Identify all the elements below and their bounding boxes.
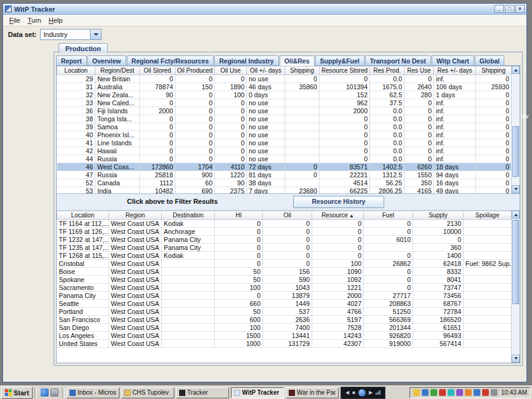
tray-icon-1[interactable]	[413, 389, 420, 396]
table-row[interactable]: 36Fiji Islands200000no use20000.00inf.0	[57, 107, 512, 115]
tab-transport-no-dest[interactable]: Transport No Dest	[365, 55, 431, 65]
column-header-oil-days[interactable]: Oil +/- days	[247, 66, 285, 75]
column-header-shipping[interactable]: Shipping	[285, 66, 320, 75]
table-row[interactable]: San FranciscoWest Coast USA6002636519756…	[57, 316, 512, 324]
table-row[interactable]: Los AngelesWest Coast USA150013441142439…	[57, 332, 512, 340]
tray-icon-10[interactable]	[491, 389, 498, 396]
start-button[interactable]: Start	[1, 387, 33, 399]
detail-table-scrollbar[interactable]	[511, 211, 520, 363]
table-row[interactable]: 40Phoenix Isl...000no use00.00inf.0	[57, 131, 512, 139]
table-row[interactable]: BoiseWest Coast USA50156109008332	[57, 268, 512, 276]
table-row[interactable]: TF 1164 at 112,...West Coast USAKodiak00…	[57, 220, 512, 228]
close-button[interactable]: ×	[515, 5, 525, 13]
column-header-destination[interactable]: Destination	[162, 211, 215, 220]
media-player-toolbar[interactable]: ◀ ■ ▶	[341, 387, 385, 399]
tray-icon-9[interactable]	[482, 389, 489, 396]
task-button-war-in-the-pacifi[interactable]: War in the Pacifi...	[286, 387, 339, 398]
table-row[interactable]: 44Russia000no use00.00inf.0	[57, 155, 512, 163]
table-row[interactable]: 33New Caled...000no use96237.50inf.0	[57, 99, 512, 107]
column-header-oil-produced[interactable]: Oil Produced	[175, 66, 215, 75]
column-header-fuel[interactable]: Fuel	[364, 211, 413, 220]
scroll-up-button[interactable]	[512, 211, 520, 219]
column-header-region[interactable]: Region	[109, 211, 162, 220]
tray-icon-3[interactable]	[430, 389, 437, 396]
column-header-hi[interactable]: HI	[215, 211, 263, 220]
tab-witp-chart[interactable]: Witp Chart	[432, 55, 474, 65]
scrollbar-track[interactable]	[512, 219, 520, 355]
next-icon[interactable]: ▶	[369, 390, 373, 395]
show-desktop-icon[interactable]	[50, 389, 58, 397]
dataset-combobox[interactable]: Industry	[40, 29, 102, 40]
previous-icon[interactable]: ◀	[345, 390, 349, 395]
tray-icon-2[interactable]	[422, 389, 429, 396]
table-row[interactable]: 47Russia25818900122081 days0222311312.51…	[57, 171, 512, 179]
column-header-supply[interactable]: Supply	[413, 211, 464, 220]
maximize-button[interactable]: □	[505, 5, 514, 13]
minimize-button[interactable]: _	[494, 5, 504, 13]
column-header-res-prod[interactable]: Res Prod.	[370, 66, 405, 75]
table-row[interactable]: 29New Britain000no use000.00inf.0	[57, 75, 512, 83]
stop-icon[interactable]: ■	[352, 390, 355, 395]
tab-overview[interactable]: Overview	[87, 55, 126, 65]
table-row[interactable]: 32New Zeala...9001000 days15262.52801 da…	[57, 91, 512, 99]
table-row[interactable]: 46West Coas...1728601704411072 days08357…	[57, 163, 512, 171]
table-row[interactable]: San DiegoWest Coast USA10074007528201344…	[57, 324, 512, 332]
table-row[interactable]: SeattleWest Coast USA6601449402720886368…	[57, 300, 512, 308]
region-table-scrollbar[interactable]	[511, 66, 520, 193]
task-button-chs-tupolev[interactable]: CHS Tupolev	[121, 387, 174, 398]
resource-history-button[interactable]: Resource History	[293, 196, 385, 208]
browser-quicklaunch-icon[interactable]	[41, 389, 49, 397]
tab-global[interactable]: Global	[475, 55, 505, 65]
table-row[interactable]: TF 1268 at 115,...West Coast USAKodiak00…	[57, 252, 512, 260]
scroll-down-button[interactable]	[512, 355, 520, 363]
play-button[interactable]	[358, 389, 366, 397]
column-header-oil[interactable]: Oil	[263, 211, 312, 220]
combobox-arrow-button[interactable]	[90, 30, 101, 39]
column-header-resource-stored[interactable]: Resource Stored	[320, 66, 370, 75]
volume-icon[interactable]	[376, 390, 381, 395]
scroll-up-button[interactable]	[512, 66, 520, 74]
scroll-down-button[interactable]	[512, 185, 520, 193]
tab-report[interactable]: Report	[56, 55, 87, 65]
column-header-res-use[interactable]: Res Use	[405, 66, 434, 75]
title-bar[interactable]: WitP Tracker _ □ ×	[3, 4, 526, 15]
table-row[interactable]: TF 1235 at 147,...West Coast USAPanama C…	[57, 244, 512, 252]
task-button-inbox-microso[interactable]: Inbox - Microso...	[66, 387, 119, 398]
tab-supply-fuel[interactable]: Supply&Fuel	[315, 55, 365, 65]
scrollbar-thumb[interactable]	[512, 220, 519, 304]
column-header-region-dest[interactable]: Region/Dest	[95, 66, 140, 75]
column-header-oil-stored[interactable]: Oil Stored	[140, 66, 175, 75]
task-button-witp-tracker[interactable]: WitP Tracker	[231, 387, 284, 398]
scrollbar-thumb[interactable]	[512, 126, 519, 176]
table-row[interactable]: 53India1048269023757 days23680662252806.…	[57, 187, 512, 194]
table-row[interactable]: 38Tonga Isla...000no use00.00inf.0	[57, 115, 512, 123]
table-row[interactable]: United StatesWest Coast USA1000131729423…	[57, 340, 512, 348]
table-row[interactable]: CristobalWest Coast USA001002686262418Fu…	[57, 260, 512, 268]
column-header-res-days[interactable]: Res +/- days	[434, 66, 476, 75]
menu-item-turn[interactable]: Turn	[24, 16, 45, 25]
tray-icon-5[interactable]	[448, 389, 454, 396]
table-row[interactable]: SpokaneWest Coast USA50590109208041	[57, 276, 512, 284]
tray-icon-7[interactable]	[465, 389, 472, 396]
column-header-shipping[interactable]: Shipping	[476, 66, 512, 75]
tab-regional-fcty-resources[interactable]: Regional Fcty/Resources	[127, 55, 214, 65]
tray-icon-6[interactable]	[456, 389, 463, 396]
menu-item-file[interactable]: File	[6, 16, 24, 25]
table-row[interactable]: Panama CityWest Coast USA013879200027717…	[57, 292, 512, 300]
table-row[interactable]: 52Canada1112609038 days451456.2535016 da…	[57, 179, 512, 187]
column-header-location[interactable]: Location	[57, 66, 95, 75]
table-row[interactable]: 41Line Islands000no use00.00inf.0	[57, 139, 512, 147]
column-header-resource[interactable]: Resource▲	[312, 211, 364, 220]
menu-item-help[interactable]: Help	[45, 16, 66, 25]
table-row[interactable]: TF 1169 at 126,...West Coast USAAnchorag…	[57, 228, 512, 236]
table-row[interactable]: 42Hawaii000no use00.00inf.0	[57, 147, 512, 155]
table-row[interactable]: 31Australia78874150189046 days3586010139…	[57, 83, 512, 91]
tab-regional-industry[interactable]: Regional Industry	[214, 55, 279, 65]
column-header-location[interactable]: Location	[57, 211, 109, 220]
tray-icon-8[interactable]	[474, 389, 480, 396]
column-header-spoilage[interactable]: Spoilage	[464, 211, 512, 220]
tab-production[interactable]: Production	[58, 43, 108, 53]
table-row[interactable]: PortlandWest Coast USA505374766512507278…	[57, 308, 512, 316]
table-row[interactable]: TF 1232 at 147,...West Coast USAPanama C…	[57, 236, 512, 244]
task-button-tracker[interactable]: Tracker	[176, 387, 229, 398]
